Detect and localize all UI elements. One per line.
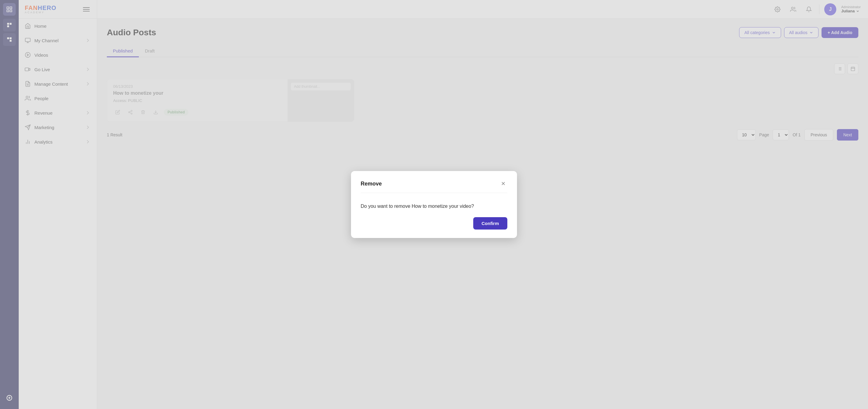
modal-overlay[interactable]: Remove ✕ Do you want to remove How to mo… [0, 0, 868, 409]
modal-header: Remove ✕ [361, 179, 507, 193]
modal-footer: Confirm [361, 217, 507, 230]
modal-message: Do you want to remove How to monetize yo… [361, 203, 507, 210]
remove-modal: Remove ✕ Do you want to remove How to mo… [351, 171, 517, 238]
modal-close-button[interactable]: ✕ [499, 179, 507, 188]
modal-title: Remove [361, 181, 382, 187]
modal-body: Do you want to remove How to monetize yo… [361, 198, 507, 217]
confirm-button[interactable]: Confirm [473, 217, 508, 230]
